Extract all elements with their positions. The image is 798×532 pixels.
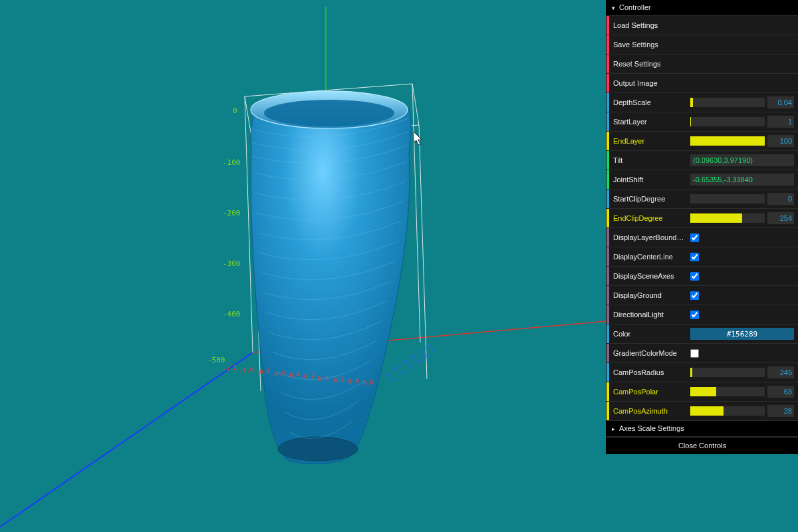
depth-scale-slider[interactable] — [690, 98, 765, 107]
gradient-mode-row: GradientColorMode — [606, 344, 798, 363]
svg-text:-200: -200 — [223, 209, 241, 217]
reset-settings-button[interactable]: Reset Settings — [606, 55, 798, 74]
svg-point-6 — [264, 100, 394, 126]
svg-text:-100: -100 — [223, 158, 241, 167]
tilt-row: Tilt — [606, 151, 798, 170]
output-image-button[interactable]: Output Image — [606, 74, 798, 93]
end-layer-input[interactable] — [767, 135, 794, 147]
tilt-input[interactable] — [690, 154, 794, 166]
cam-azimuth-input[interactable] — [767, 405, 794, 417]
cam-radius-row: CamPosRadius — [606, 363, 798, 382]
cam-azimuth-slider[interactable] — [690, 406, 765, 416]
axis-z — [0, 352, 253, 532]
color-row: Color #156289 — [606, 325, 798, 344]
end-clip-row: EndClipDegree — [606, 209, 798, 228]
display-center-line-checkbox[interactable] — [690, 253, 699, 261]
svg-text:0.0: 0.0 — [317, 374, 329, 382]
directional-light-row: DirectionalLight — [606, 305, 798, 325]
color-swatch[interactable]: #156289 — [690, 328, 794, 340]
svg-line-1 — [412, 84, 420, 342]
display-layer-bound-row: DisplayLayerBound… — [606, 228, 798, 247]
svg-text:-300: -300 — [223, 259, 241, 268]
svg-text:-500: -500 — [207, 356, 225, 364]
close-controls-button[interactable]: Close Controls — [606, 437, 798, 454]
cam-radius-slider[interactable] — [690, 368, 765, 377]
svg-text:0.2: 0.2 — [384, 371, 396, 383]
display-scene-axes-checkbox[interactable] — [690, 272, 699, 281]
start-layer-row: StartLayer — [606, 112, 798, 132]
svg-text:0.4: 0.4 — [393, 364, 406, 376]
start-clip-slider[interactable] — [690, 194, 765, 203]
gradient-mode-checkbox[interactable] — [690, 349, 699, 358]
start-clip-row: StartClipDegree — [606, 190, 798, 209]
cam-radius-input[interactable] — [767, 366, 794, 378]
end-layer-slider[interactable] — [690, 136, 765, 146]
svg-point-7 — [278, 437, 358, 461]
folder-controller[interactable]: Controller — [606, 0, 798, 16]
start-layer-slider[interactable] — [690, 117, 765, 126]
svg-text:0.4: 0.4 — [348, 377, 359, 385]
svg-text:0.6: 0.6 — [362, 378, 374, 386]
depth-scale-row: DepthScale — [606, 93, 798, 112]
depth-scale-input[interactable] — [767, 96, 794, 108]
cam-polar-row: CamPosPolar — [606, 382, 798, 402]
display-ground-checkbox[interactable] — [690, 291, 699, 300]
end-clip-slider[interactable] — [690, 213, 765, 223]
start-clip-input[interactable] — [767, 193, 794, 205]
svg-text:0.2: 0.2 — [333, 376, 344, 384]
start-layer-input[interactable] — [767, 116, 794, 128]
svg-text:-1.0: -1.0 — [239, 366, 254, 374]
joint-shift-input[interactable] — [690, 174, 794, 186]
z-axis-ticks: 0.2 0.4 0.6 0.8 1.0 1.2 — [384, 342, 437, 383]
display-scene-axes-row: DisplaySceneAxes — [606, 267, 798, 286]
svg-text:0: 0 — [233, 106, 237, 115]
display-ground-row: DisplayGround — [606, 286, 798, 305]
cam-polar-slider[interactable] — [690, 387, 765, 396]
cam-azimuth-row: CamPosAzimuth — [606, 402, 798, 421]
3d-model — [251, 91, 411, 464]
y-axis-ticks: 0 -100 -200 -300 -400 -500 — [207, 106, 241, 364]
directional-light-checkbox[interactable] — [690, 311, 699, 319]
cam-polar-input[interactable] — [767, 386, 794, 398]
load-settings-button[interactable]: Load Settings — [606, 16, 798, 35]
depth-scale-label: DepthScale — [609, 99, 690, 106]
svg-text:-400: -400 — [223, 310, 241, 319]
folder-axes-scale[interactable]: Axes Scale Settings — [606, 421, 798, 437]
end-layer-row: EndLayer — [606, 132, 798, 151]
end-clip-input[interactable] — [767, 212, 794, 224]
display-center-line-row: DisplayCenterLine — [606, 247, 798, 267]
control-panel: Controller Load Settings Save Settings R… — [606, 0, 798, 454]
joint-shift-row: JointShift — [606, 170, 798, 190]
save-settings-button[interactable]: Save Settings — [606, 35, 798, 55]
svg-text:-1.2: -1.2 — [222, 364, 237, 372]
display-layer-bound-checkbox[interactable] — [690, 233, 699, 242]
